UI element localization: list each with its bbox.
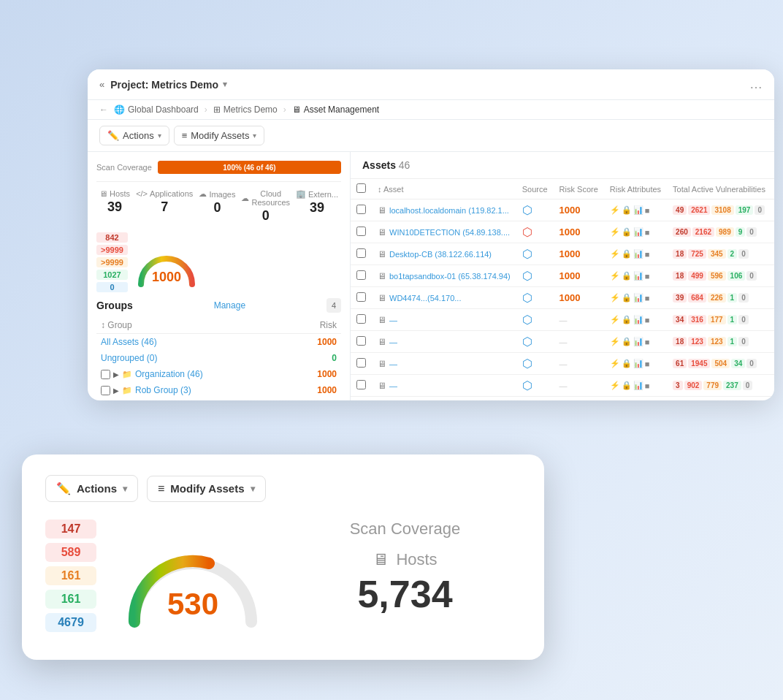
asset-name-link[interactable]: — xyxy=(389,338,397,346)
asset-row[interactable]: 🖥 bo1tapsandbox-01 (65.38.174.94) ⬡ 1000… xyxy=(351,265,774,287)
attr-icon-1: ⚡ xyxy=(610,381,620,390)
risk-badge-info: 0 xyxy=(96,282,128,292)
toolbar: ✏️ Actions ▾ ≡ Modify Assets ▾ xyxy=(88,120,774,152)
group-checkbox-rob[interactable] xyxy=(101,386,110,395)
asset-type-icon: 🖥 xyxy=(378,381,386,391)
expand-icon[interactable]: ▶ xyxy=(113,370,119,378)
modify-assets-button[interactable]: ≡ Modify Assets ▾ xyxy=(174,126,265,145)
asset-row[interactable]: 🖥 WIN10DETECTION (54.89.138.... ⬡ 1000 ⚡… xyxy=(351,221,774,243)
left-panel: Scan Coverage 100% (46 of 46) 🖥 Hosts 39 xyxy=(88,152,351,400)
risk-attributes: ⚡ 🔒 📊 ■ xyxy=(610,293,661,303)
attr-icon-1: ⚡ xyxy=(610,337,620,346)
asset-type-icon: 🖥 xyxy=(378,271,386,281)
grid-icon: ⊞ xyxy=(213,104,221,115)
asset-row[interactable]: 🖥 — ⬡ — ⚡ 🔒 📊 ■ 1812312310 2024-06-24 xyxy=(351,331,774,353)
source-icon: ⬡ xyxy=(522,357,532,370)
attr-icon-2: 🔒 xyxy=(622,359,632,368)
vuln-badges: 3968422610 xyxy=(673,293,765,303)
actions-chevron-icon: ▾ xyxy=(158,132,161,140)
popup-modify-assets-button[interactable]: ≡ Modify Assets ▾ xyxy=(147,476,265,502)
folder-icon-rob: 📁 xyxy=(122,386,132,395)
group-row-ungrouped[interactable]: Ungrouped (0) 0 xyxy=(96,350,341,366)
asset-name-link[interactable]: — xyxy=(389,359,397,368)
more-options-icon[interactable]: … xyxy=(749,77,763,92)
risk-badge-high: >9999 xyxy=(96,245,128,255)
attr-icon-2: 🔒 xyxy=(622,315,632,324)
asset-name-link[interactable]: — xyxy=(389,316,397,324)
asset-checkbox[interactable] xyxy=(356,314,366,324)
assets-table-header: ↕ Asset Source Risk Score Risk Attribute… xyxy=(351,179,774,199)
attr-icon-1: ⚡ xyxy=(610,271,620,281)
source-icon: ⬡ xyxy=(522,335,532,348)
breadcrumb-metrics-demo[interactable]: ⊞ Metrics Demo xyxy=(213,104,278,115)
attr-icon-2: 🔒 xyxy=(622,227,632,237)
asset-checkbox[interactable] xyxy=(356,270,366,280)
group-row-all[interactable]: All Assets (46) 1000 xyxy=(96,334,341,351)
asset-row[interactable]: 🖥 — ⬡ — ⚡ 🔒 📊 ■ 39027792370 2024-06-24 xyxy=(351,375,774,397)
group-checkbox-org[interactable] xyxy=(101,370,110,379)
popup-hosts-icon: 🖥 xyxy=(373,550,389,569)
asset-row[interactable]: 🖥 — ⬡ — ⚡ 🔒 📊 ■ 611945504340 2024-06-24 xyxy=(351,353,774,375)
attr-icon-2: 🔒 xyxy=(622,337,632,346)
popup-actions-button[interactable]: ✏️ Actions ▾ xyxy=(45,475,138,502)
back-arrow[interactable]: ← xyxy=(99,104,108,115)
group-row-organization[interactable]: ▶ 📁 Organization (46) 1000 xyxy=(96,366,341,382)
asset-name-link[interactable]: WD4474...(54.170... xyxy=(389,294,461,303)
groups-manage-link[interactable]: Manage xyxy=(214,300,245,311)
asset-row[interactable]: 🖥 — ⬡ — ⚡ 🔒 📊 ■ 3124637120 2024-06-24 xyxy=(351,397,774,401)
asset-name-link[interactable]: bo1tapsandbox-01 (65.38.174.94) xyxy=(389,272,511,281)
vuln-badges: 184995961060 xyxy=(673,271,765,281)
attr-icon-2: 🔒 xyxy=(622,381,632,390)
popup-card: ✏️ Actions ▾ ≡ Modify Assets ▾ 147 589 1… xyxy=(22,454,544,660)
project-dropdown-icon[interactable]: ▾ xyxy=(223,80,227,89)
asset-type-icon: 🖥 xyxy=(378,249,386,259)
risk-attributes: ⚡ 🔒 📊 ■ xyxy=(610,315,661,324)
asset-checkbox[interactable] xyxy=(356,248,366,258)
risk-attributes: ⚡ 🔒 📊 ■ xyxy=(610,359,661,368)
asset-type-icon: 🖥 xyxy=(378,227,386,237)
expand-icon-rob[interactable]: ▶ xyxy=(113,387,119,395)
risk-attributes: ⚡ 🔒 📊 ■ xyxy=(610,271,661,281)
asset-row[interactable]: 🖥 — ⬡ — ⚡ 🔒 📊 ■ 3431617710 2024-06-24 xyxy=(351,309,774,331)
asset-name-link[interactable]: localhost.localdomain (119.82.1... xyxy=(389,206,509,215)
attr-icon-4: ■ xyxy=(645,381,650,390)
stat-applications: </> Applications 7 xyxy=(133,186,196,227)
right-panel: Assets 46 ↕ Asset Source Risk Score Risk… xyxy=(351,152,774,400)
breadcrumb-asset-management[interactable]: 🖥 Asset Management xyxy=(292,104,379,115)
asset-row[interactable]: 🖥 WD4474...(54.170... ⬡ 1000 ⚡ 🔒 📊 ■ 396… xyxy=(351,287,774,309)
risk-attributes: ⚡ 🔒 📊 ■ xyxy=(610,249,661,259)
gauge-risk-row: 842 >9999 >9999 1027 0 xyxy=(96,232,341,292)
assets-header: Assets 46 xyxy=(351,152,774,179)
risk-badge-medium: >9999 xyxy=(96,257,128,267)
asset-row[interactable]: 🖥 Desktop-CB (38.122.66.114) ⬡ 1000 ⚡ 🔒 … xyxy=(351,243,774,265)
source-icon: ⬡ xyxy=(522,248,532,260)
asset-checkbox[interactable] xyxy=(356,227,366,236)
attr-icon-3: 📊 xyxy=(633,271,643,281)
attr-icon-3: 📊 xyxy=(633,227,643,237)
asset-row[interactable]: 🖥 localhost.localdomain (119.82.1... ⬡ 1… xyxy=(351,199,774,221)
attr-icon-1: ⚡ xyxy=(610,249,620,259)
vuln-badges: 1872534520 xyxy=(673,249,765,259)
breadcrumb: ← 🌐 Global Dashboard › ⊞ Metrics Demo › … xyxy=(88,100,774,120)
select-all-checkbox[interactable] xyxy=(356,183,366,193)
asset-checkbox[interactable] xyxy=(356,292,366,302)
popup-badge-info: 4679 xyxy=(45,613,96,632)
asset-name-link[interactable]: Desktop-CB (38.122.66.114) xyxy=(389,250,492,259)
groups-col-group: ↕ Group xyxy=(96,317,291,334)
asset-checkbox[interactable] xyxy=(356,358,366,368)
asset-checkbox[interactable] xyxy=(356,336,366,346)
actions-button[interactable]: ✏️ Actions ▾ xyxy=(99,126,169,145)
vuln-badges: 39027792370 xyxy=(673,381,765,390)
asset-checkbox[interactable] xyxy=(356,205,366,214)
asset-checkbox[interactable] xyxy=(356,380,366,389)
col-risk-attributes: Risk Attributes xyxy=(604,179,667,199)
asset-name-link[interactable]: — xyxy=(389,381,397,390)
collapse-icon[interactable]: « xyxy=(99,79,104,90)
popup-badge-low: 161 xyxy=(45,590,96,609)
stat-external: 🏢 Extern... 39 xyxy=(293,186,341,227)
asset-name-link[interactable]: WIN10DETECTION (54.89.138.... xyxy=(389,228,510,237)
attr-icon-4: ■ xyxy=(645,316,650,324)
group-row-rob[interactable]: ▶ 📁 Rob Group (3) 1000 xyxy=(96,382,341,398)
breadcrumb-global-dashboard[interactable]: 🌐 Global Dashboard xyxy=(114,104,199,115)
source-icon: ⬡ xyxy=(522,292,532,304)
